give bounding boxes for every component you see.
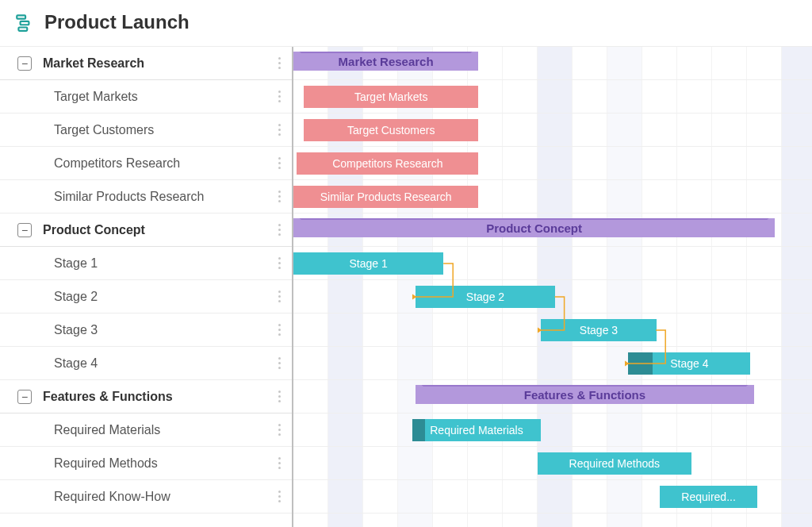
task-row[interactable]: Stage 1 bbox=[0, 247, 292, 280]
row-label: Stage 2 bbox=[54, 290, 273, 304]
row-label: Features & Functions bbox=[43, 390, 273, 404]
task-row[interactable]: Target Markets bbox=[0, 80, 292, 113]
bar-label: Product Concept bbox=[486, 221, 582, 235]
page-title: Product Launch bbox=[44, 11, 190, 33]
bar-label: Stage 1 bbox=[349, 257, 387, 270]
group-bar[interactable]: Features & Functions bbox=[416, 385, 754, 404]
bar-row: Required... bbox=[293, 480, 812, 514]
bar-label: Market Research bbox=[339, 55, 434, 68]
row-label: Stage 3 bbox=[54, 323, 273, 337]
drag-handle-icon[interactable] bbox=[273, 421, 285, 439]
bar-label: Required Methods bbox=[569, 457, 660, 470]
bar-row: Competitors Research bbox=[293, 147, 812, 180]
task-row[interactable]: Target Customers bbox=[0, 113, 292, 147]
drag-handle-icon[interactable] bbox=[273, 321, 285, 339]
task-tree-panel: −Market ResearchTarget MarketsTarget Cus… bbox=[0, 47, 293, 527]
drag-handle-icon[interactable] bbox=[273, 487, 285, 506]
bar-label: Competitors Research bbox=[332, 157, 442, 170]
bar-label: Stage 3 bbox=[580, 324, 618, 337]
bar-label: Stage 2 bbox=[466, 290, 504, 303]
row-label: Similar Products Research bbox=[54, 190, 273, 204]
timeline-panel[interactable]: Market ResearchTarget MarketsTarget Cust… bbox=[293, 47, 812, 527]
task-row[interactable]: Required Methods bbox=[0, 447, 292, 480]
task-row[interactable]: Required Materials bbox=[0, 414, 292, 447]
row-label: Competitors Research bbox=[54, 156, 273, 171]
progress-fill bbox=[412, 419, 425, 441]
collapse-toggle[interactable]: − bbox=[17, 390, 32, 404]
bar-row: Stage 1 bbox=[293, 247, 812, 280]
bar-row: Stage 4 bbox=[293, 347, 812, 380]
svg-rect-1 bbox=[21, 21, 29, 25]
task-bar[interactable]: Required... bbox=[660, 486, 757, 508]
group-bar[interactable]: Product Concept bbox=[293, 218, 775, 237]
drag-handle-icon[interactable] bbox=[273, 221, 285, 239]
dependency-link bbox=[412, 260, 464, 303]
gantt-icon bbox=[14, 12, 35, 33]
collapse-toggle[interactable]: − bbox=[17, 56, 32, 71]
task-bar[interactable]: Competitors Research bbox=[297, 152, 478, 175]
group-row[interactable]: −Product Concept bbox=[0, 213, 292, 247]
bar-row: Features & Functions bbox=[293, 380, 812, 414]
task-row[interactable]: Required Know-How bbox=[0, 480, 292, 514]
bar-label: Required Materials bbox=[430, 424, 523, 437]
task-bar[interactable]: Required Materials bbox=[412, 419, 542, 441]
drag-handle-icon[interactable] bbox=[273, 87, 285, 106]
row-label: Stage 1 bbox=[54, 256, 273, 271]
row-label: Stage 4 bbox=[54, 356, 273, 371]
row-label: Target Markets bbox=[54, 90, 273, 104]
task-row[interactable]: Stage 3 bbox=[0, 314, 292, 347]
task-row[interactable]: Stage 4 bbox=[0, 347, 292, 380]
bar-row: Target Markets bbox=[293, 80, 812, 113]
drag-handle-icon[interactable] bbox=[273, 387, 285, 406]
bar-row: Similar Products Research bbox=[293, 180, 812, 213]
bar-row: Market Research bbox=[293, 47, 812, 80]
bar-row: Required Methods bbox=[293, 447, 812, 480]
gantt-view: Product Launch −Market ResearchTarget Ma… bbox=[0, 0, 812, 527]
bar-label: Target Customers bbox=[347, 124, 435, 137]
drag-handle-icon[interactable] bbox=[273, 287, 285, 306]
task-bar[interactable]: Similar Products Research bbox=[293, 186, 478, 208]
svg-rect-2 bbox=[18, 28, 27, 31]
row-label: Required Materials bbox=[54, 423, 273, 437]
row-label: Market Research bbox=[43, 56, 273, 71]
drag-handle-icon[interactable] bbox=[273, 354, 285, 372]
collapse-toggle[interactable]: − bbox=[17, 223, 32, 237]
row-label: Product Concept bbox=[43, 223, 273, 237]
row-label: Required Methods bbox=[54, 456, 273, 471]
bar-label: Target Markets bbox=[354, 90, 428, 103]
group-row[interactable]: −Features & Functions bbox=[0, 380, 292, 414]
drag-handle-icon[interactable] bbox=[273, 187, 285, 206]
bars-layer: Market ResearchTarget MarketsTarget Cust… bbox=[293, 47, 812, 527]
group-bar[interactable]: Market Research bbox=[293, 52, 478, 71]
bar-label: Features & Functions bbox=[524, 388, 645, 402]
svg-rect-0 bbox=[17, 15, 25, 18]
bar-label: Similar Products Research bbox=[320, 190, 452, 203]
bar-row: Required Materials bbox=[293, 414, 812, 447]
task-row[interactable]: Stage 2 bbox=[0, 280, 292, 314]
drag-handle-icon[interactable] bbox=[273, 121, 285, 139]
drag-handle-icon[interactable] bbox=[273, 54, 285, 72]
task-row[interactable]: Competitors Research bbox=[0, 147, 292, 180]
group-row[interactable]: −Market Research bbox=[0, 47, 292, 80]
task-bar[interactable]: Target Customers bbox=[304, 119, 478, 141]
dependency-link bbox=[538, 294, 576, 337]
row-label: Target Customers bbox=[54, 123, 273, 137]
task-bar[interactable]: Target Markets bbox=[304, 86, 478, 108]
task-row[interactable]: Similar Products Research bbox=[0, 180, 292, 213]
drag-handle-icon[interactable] bbox=[273, 454, 285, 472]
bar-row: Target Customers bbox=[293, 113, 812, 147]
row-label: Required Know-How bbox=[54, 490, 273, 504]
drag-handle-icon[interactable] bbox=[273, 154, 285, 172]
gantt-main: −Market ResearchTarget MarketsTarget Cus… bbox=[0, 47, 812, 527]
drag-handle-icon[interactable] bbox=[273, 254, 285, 272]
task-bar[interactable]: Required Methods bbox=[538, 452, 691, 475]
bar-label: Required... bbox=[681, 490, 735, 503]
bar-row: Product Concept bbox=[293, 213, 812, 247]
dependency-link bbox=[625, 327, 676, 370]
header: Product Launch bbox=[0, 0, 812, 47]
